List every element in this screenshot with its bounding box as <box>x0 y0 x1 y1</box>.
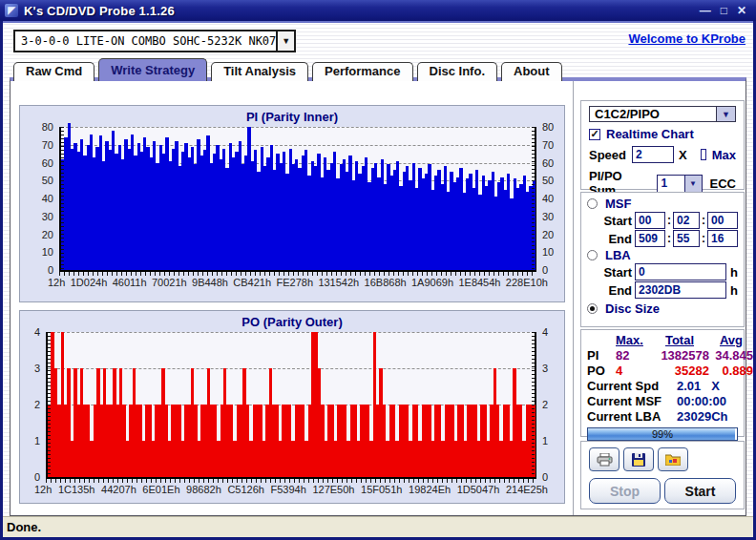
lba-label: LBA <box>605 248 631 262</box>
window-body: 3-0-0-0 LITE-ON COMBO SOHC-5232K NK07 ▼ … <box>3 21 753 516</box>
msf-radio[interactable] <box>587 198 598 209</box>
y-tick-label: 70 <box>42 139 53 151</box>
y-tick-label: 80 <box>42 121 53 133</box>
y-tick-label: 0 <box>34 471 40 483</box>
drive-dropdown[interactable]: 3-0-0-0 LITE-ON COMBO SOHC-5232K NK07 ▼ <box>13 30 296 52</box>
x-tick-label: 1A9069h <box>411 277 453 288</box>
progress-label: 99% <box>588 428 737 440</box>
chevron-down-icon[interactable]: ▼ <box>276 31 294 51</box>
current-rows: Current Spd2.01 XCurrent MSF00:00:00Curr… <box>587 379 738 425</box>
y-tick-label: 80 <box>542 121 554 133</box>
pi-chart-title: PI (Parity Inner) <box>20 110 564 124</box>
stats-cell: 82 <box>616 348 650 363</box>
y-tick-label: 60 <box>42 157 53 169</box>
speed-input[interactable] <box>632 146 674 163</box>
pi-y-axis-right: 01020304050607080 <box>539 127 564 270</box>
tab-tilt-analysis[interactable]: Tilt Analysis <box>211 62 308 81</box>
colon-separator: : <box>702 214 705 227</box>
x-tick-label: 228E10h <box>506 277 548 288</box>
colon-separator: : <box>667 232 671 245</box>
y-tick-label: 40 <box>542 193 554 204</box>
save-button[interactable] <box>623 447 654 471</box>
y-tick-label: 0 <box>542 264 548 276</box>
y-tick-label: 30 <box>542 211 554 222</box>
print-button[interactable] <box>589 447 620 471</box>
stats-cell: PI <box>587 348 616 363</box>
stats-table: Max.TotalAvgPI82138257834.845PO4352820.8… <box>587 333 738 379</box>
realtime-chart-checkbox[interactable]: ✓ <box>589 129 600 140</box>
tab-about[interactable]: About <box>501 62 562 81</box>
stats-cell: 4 <box>616 363 650 379</box>
msf-start-frame[interactable] <box>707 212 738 229</box>
tab-disc-info[interactable]: Disc Info. <box>417 62 498 81</box>
x-tick-label: C5126h <box>227 484 264 495</box>
lba-radio[interactable] <box>587 250 598 260</box>
tab-raw-cmd[interactable]: Raw Cmd <box>13 62 94 81</box>
y-tick-label: 70 <box>542 139 554 151</box>
y-tick-label: 3 <box>34 363 40 374</box>
tab-bar: Raw CmdWrite StrategyTilt AnalysisPerfor… <box>13 59 562 81</box>
y-tick-label: 3 <box>542 363 548 374</box>
stats-cell <box>587 333 616 348</box>
close-button[interactable]: ✕ <box>737 5 746 16</box>
po-chart-panel: PO (Parity Outer) 01234 01234 12h1C135h4… <box>19 310 565 504</box>
po-chart-title: PO (Parity Outer) <box>20 315 564 329</box>
stats-cell: Total <box>650 333 709 348</box>
pi-x-axis-labels: 12h1D024h46011h70021h9B448hCB421hFE278h1… <box>48 277 548 288</box>
save-image-button[interactable] <box>658 447 688 471</box>
lba-end-unit: h <box>730 283 738 298</box>
x-tick-label: CB421h <box>233 277 271 288</box>
vertical-divider <box>573 81 574 515</box>
y-tick-label: 4 <box>542 326 548 338</box>
welcome-link[interactable]: Welcome to KProbe <box>628 31 746 46</box>
tab-write-strategy[interactable]: Write Strategy <box>98 58 207 81</box>
colon-separator: : <box>702 232 705 245</box>
msf-end-sec[interactable] <box>673 230 700 247</box>
x-tick-label: 131542h <box>318 277 359 288</box>
stop-button[interactable]: Stop <box>589 478 661 504</box>
main-content: PI (Parity Inner) 01020304050607080 0102… <box>10 77 746 516</box>
y-tick-label: 20 <box>542 229 554 240</box>
speed-unit: X <box>679 148 687 162</box>
start-button[interactable]: Start <box>664 478 736 504</box>
minimize-button[interactable]: — <box>700 5 711 16</box>
progress-bar: 99% <box>587 427 738 441</box>
chevron-down-icon[interactable]: ▼ <box>684 176 702 192</box>
chart-mode-group: C1C2/PIPO ▼ ✓ Realtime Chart Speed X Max… <box>580 100 745 190</box>
mode-dropdown[interactable]: C1C2/PIPO ▼ <box>589 106 736 122</box>
x-tick-label: 12h <box>34 484 52 495</box>
maximize-button[interactable]: □ <box>721 5 727 16</box>
lba-start-label: Start <box>598 265 632 280</box>
po-plot-area <box>46 332 536 479</box>
stats-cell: 35282 <box>650 363 709 379</box>
lba-end-input[interactable] <box>635 281 726 299</box>
y-tick-label: 60 <box>542 157 554 169</box>
app-icon: ◤ <box>5 4 18 17</box>
msf-end-frame[interactable] <box>707 230 738 247</box>
colon-separator: : <box>667 214 671 227</box>
realtime-chart-label: Realtime Chart <box>606 127 694 141</box>
msf-start-sec[interactable] <box>673 212 700 229</box>
y-tick-label: 10 <box>42 246 53 258</box>
disc-size-label: Disc Size <box>605 301 660 316</box>
max-checkbox[interactable] <box>701 149 706 160</box>
chevron-down-icon[interactable]: ▼ <box>716 107 735 121</box>
msf-start-min[interactable] <box>635 212 665 229</box>
app-window: ◤ K's CD/DVD Probe 1.1.26 — □ ✕ 3-0-0-0 … <box>0 0 756 540</box>
pi-chart-panel: PI (Parity Inner) 01020304050607080 0102… <box>19 105 565 302</box>
po-minor-ticks-right <box>532 332 535 477</box>
mode-dropdown-value: C1C2/PIPO <box>590 107 716 121</box>
window-border-left <box>0 21 3 540</box>
lba-start-input[interactable] <box>635 263 726 280</box>
pi-minor-ticks-left <box>61 127 64 270</box>
y-tick-label: 20 <box>42 229 53 240</box>
pipo-sum-dropdown[interactable]: 1 ▼ <box>657 175 703 193</box>
x-tick-label: 1E8454h <box>458 277 500 288</box>
msf-end-min[interactable] <box>635 230 665 247</box>
msf-start-label: Start <box>598 214 632 228</box>
current-row: Current MSF00:00:00 <box>587 394 738 409</box>
tab-performance[interactable]: Performance <box>312 62 412 81</box>
x-tick-label: 15F051h <box>361 484 402 495</box>
disc-size-radio[interactable] <box>587 303 598 314</box>
pipo-sum-value: 1 <box>658 176 684 192</box>
